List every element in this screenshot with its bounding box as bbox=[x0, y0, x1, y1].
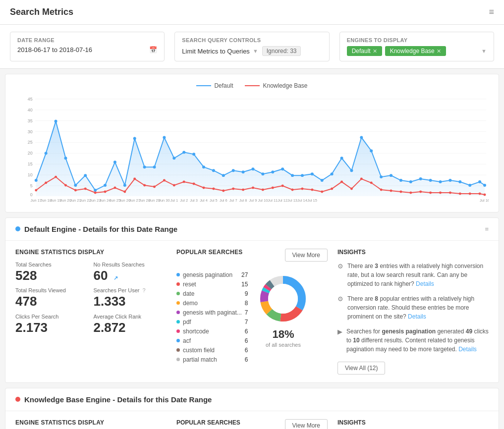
search-dot bbox=[176, 358, 180, 361]
list-item: shortcode6 bbox=[176, 328, 248, 335]
legend-kb-label: Knowledge Base bbox=[263, 82, 307, 89]
svg-point-33 bbox=[172, 157, 175, 160]
svg-text:40: 40 bbox=[28, 107, 33, 112]
insight-link-2[interactable]: Details bbox=[408, 313, 426, 320]
donut-percent: 18% bbox=[266, 328, 301, 341]
svg-point-57 bbox=[409, 180, 412, 183]
svg-point-91 bbox=[281, 185, 284, 187]
svg-text:10: 10 bbox=[28, 172, 33, 177]
search-name: date bbox=[183, 290, 242, 297]
search-dot bbox=[176, 311, 180, 314]
default-engine-close[interactable]: ✕ bbox=[373, 48, 377, 54]
kb-section-header: Knowledge Base Engine - Details for this… bbox=[5, 388, 499, 411]
stats-title: Engine Statistics display bbox=[15, 249, 167, 256]
search-query-label: Search Query Controls bbox=[182, 37, 322, 43]
svg-point-83 bbox=[203, 187, 205, 189]
menu-icon[interactable]: ≡ bbox=[489, 7, 494, 17]
svg-point-110 bbox=[469, 192, 471, 195]
popular-top: Popular Searches View More bbox=[176, 249, 328, 267]
controls-bar: Date Range 2018-06-17 to 2018-07-16 📅 Se… bbox=[0, 25, 504, 69]
view-all-button[interactable]: View All (12) bbox=[337, 362, 385, 375]
kb-view-more-button[interactable]: View More bbox=[285, 419, 328, 429]
search-dot bbox=[176, 301, 180, 305]
search-count: 6 bbox=[245, 337, 248, 344]
search-dot bbox=[176, 348, 180, 352]
svg-point-58 bbox=[419, 177, 422, 180]
calendar-icon[interactable]: 📅 bbox=[149, 46, 157, 54]
svg-point-76 bbox=[133, 178, 136, 180]
svg-point-38 bbox=[222, 174, 225, 177]
svg-text:Jul 14: Jul 14 bbox=[297, 198, 307, 203]
svg-point-104 bbox=[409, 191, 412, 194]
svg-point-52 bbox=[360, 136, 363, 139]
svg-point-109 bbox=[459, 192, 461, 195]
default-engine-title: Default Engine - Details for this Date R… bbox=[15, 225, 177, 233]
insight-link-3[interactable]: Details bbox=[458, 346, 477, 353]
svg-point-80 bbox=[173, 184, 175, 187]
svg-text:Jul 10: Jul 10 bbox=[258, 198, 268, 203]
svg-point-67 bbox=[45, 182, 47, 184]
engines-control: Engines to display Default ✕ Knowledge B… bbox=[339, 32, 494, 61]
date-range-label: Date Range bbox=[17, 37, 157, 43]
default-engine-section: Default Engine - Details for this Date R… bbox=[5, 217, 499, 383]
legend-line-red bbox=[245, 85, 260, 86]
svg-text:30: 30 bbox=[28, 129, 33, 134]
insight-link-1[interactable]: Details bbox=[416, 280, 434, 287]
engines-dropdown-arrow[interactable]: ▼ bbox=[481, 48, 487, 54]
list-item: genesis pagination27 bbox=[176, 271, 248, 278]
svg-point-34 bbox=[182, 151, 185, 154]
search-name: partial match bbox=[183, 356, 242, 363]
insight-item-3: ▶ Searches for genesis pagination genera… bbox=[337, 327, 489, 354]
svg-text:25: 25 bbox=[28, 140, 33, 145]
insight-text-3: Searches for genesis pagination generate… bbox=[346, 327, 489, 354]
svg-point-111 bbox=[479, 192, 481, 195]
view-more-button[interactable]: View More bbox=[285, 249, 328, 262]
svg-point-81 bbox=[183, 181, 185, 183]
query-dropdown[interactable]: Limit Metrics to Queries ▼ bbox=[182, 48, 258, 55]
stat-clicks-per-search-label: Clicks Per Search bbox=[15, 314, 89, 320]
insights-panel: Insights ⚙ There are 3 entries with a re… bbox=[337, 249, 489, 375]
svg-point-30 bbox=[143, 165, 146, 168]
insight-icon-3: ▶ bbox=[337, 327, 342, 354]
stat-no-results-value: 60 ↗ bbox=[94, 268, 167, 283]
popular-content: genesis pagination27 reset15 date9 demo8… bbox=[176, 271, 310, 366]
per-user-help[interactable]: ? bbox=[142, 287, 145, 293]
svg-point-103 bbox=[399, 190, 402, 193]
svg-point-92 bbox=[291, 188, 294, 191]
default-engine-menu-icon[interactable]: ≡ bbox=[485, 225, 489, 233]
svg-point-101 bbox=[380, 188, 383, 191]
svg-point-84 bbox=[212, 188, 215, 190]
search-count: 7 bbox=[245, 319, 248, 325]
svg-point-61 bbox=[448, 179, 451, 182]
date-range-control: Date Range 2018-06-17 to 2018-07-16 📅 bbox=[10, 32, 165, 61]
svg-point-72 bbox=[94, 191, 97, 194]
list-item: reset15 bbox=[176, 281, 248, 288]
stat-total-searches: Total Searches 528 bbox=[15, 262, 89, 283]
svg-point-48 bbox=[321, 179, 324, 182]
ignored-badge: Ignored: 33 bbox=[262, 46, 301, 56]
search-count: 6 bbox=[245, 356, 248, 363]
no-results-link[interactable]: ↗ bbox=[113, 275, 118, 281]
stat-results-viewed-label: Total Results Viewed bbox=[15, 287, 89, 293]
svg-point-47 bbox=[311, 172, 314, 175]
search-query-control: Search Query Controls Limit Metrics to Q… bbox=[174, 32, 329, 61]
svg-point-62 bbox=[458, 180, 461, 183]
date-range-value[interactable]: 2018-06-17 to 2018-07-16 bbox=[17, 46, 145, 54]
insight-item-1: ⚙ There are 3 entries with a relatively … bbox=[337, 262, 489, 288]
svg-point-152 bbox=[268, 284, 298, 314]
legend-kb: Knowledge Base bbox=[245, 82, 307, 89]
stat-clicks-per-search: Clicks Per Search 2.173 bbox=[15, 314, 89, 335]
svg-point-41 bbox=[252, 167, 255, 170]
stat-no-results-label: No Results Searches bbox=[94, 262, 167, 268]
svg-point-44 bbox=[281, 167, 284, 170]
svg-point-53 bbox=[370, 149, 373, 152]
chart-svg-container: 45 40 35 30 25 20 15 10 5 0 bbox=[15, 94, 489, 204]
chart-area: Default Knowledge Base 45 40 35 30 25 20 bbox=[5, 74, 499, 213]
knowledge-engine-close[interactable]: ✕ bbox=[437, 48, 441, 54]
stat-results-viewed: Total Results Viewed 478 bbox=[15, 287, 89, 309]
stat-total-searches-value: 528 bbox=[15, 268, 89, 283]
stat-per-user-value: 1.333 bbox=[94, 294, 167, 309]
stat-row-1: Total Searches 528 No Results Searches 6… bbox=[15, 262, 167, 283]
search-dot bbox=[176, 292, 180, 295]
search-dot bbox=[176, 282, 180, 286]
